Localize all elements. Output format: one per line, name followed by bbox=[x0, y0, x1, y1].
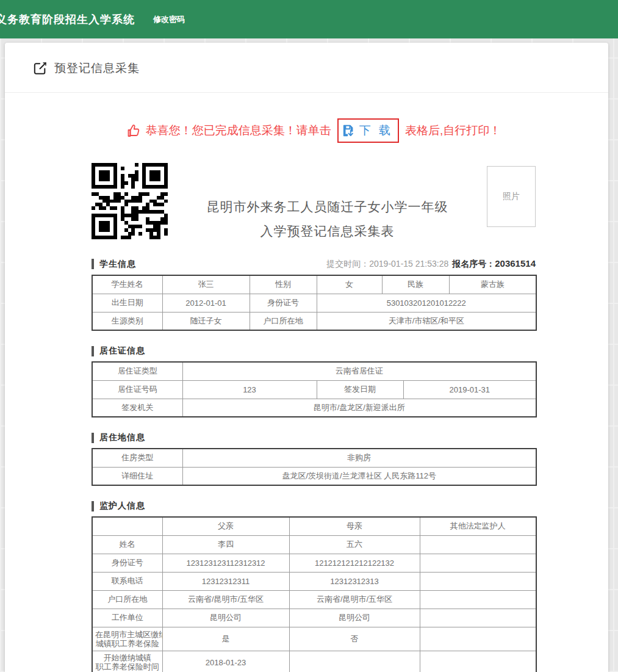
student-section-head: 学生信息 提交时间：2019-01-15 21:53:28 报名序号：20361… bbox=[92, 258, 536, 270]
qr-code bbox=[92, 163, 168, 239]
download-button[interactable]: 下 载 bbox=[337, 118, 399, 143]
table-row: 住房类型 非购房 bbox=[92, 449, 536, 467]
table-row: 户口所在地 云南省/昆明市/五华区 云南省/昆明市/五华区 bbox=[92, 590, 536, 609]
change-password-link[interactable]: 修改密码 bbox=[153, 14, 185, 25]
table-header-row: 父亲 母亲 其他法定监护人 bbox=[92, 517, 536, 535]
table-row: 生源类别 随迁子女 户口所在地 天津市/市辖区/和平区 bbox=[92, 312, 536, 330]
photo-label: 照片 bbox=[503, 191, 520, 202]
table-row: 出生日期 2012-01-01 身份证号 530103201201012222 bbox=[92, 294, 536, 312]
system-title: 义务教育阶段招生入学系统 bbox=[0, 12, 135, 27]
guardian-section-head: 监护人信息 bbox=[92, 500, 536, 511]
section-residence: 居住地信息 住房类型 非购房 详细住址 盘龙区/茨坝街道/兰龙潭社区 人民东路1… bbox=[92, 432, 536, 486]
residence-section-head: 居住地信息 bbox=[92, 432, 536, 443]
section-guardian: 监护人信息 父亲 母亲 其他法定监护人 姓名 李四 五六 身份证号 bbox=[92, 500, 536, 672]
section-bar bbox=[92, 501, 94, 511]
guardian-section-title: 监护人信息 bbox=[99, 500, 145, 511]
section-bar bbox=[92, 346, 94, 356]
table-row: 详细住址 盘龙区/茨坝街道/兰龙潭社区 人民东路112号 bbox=[92, 467, 536, 485]
table-row: 居住证类型 云南省居住证 bbox=[92, 362, 536, 380]
section-permit: 居住证信息 居住证类型 云南省居住证 居住证号码 123 签发日期 2019-0… bbox=[92, 345, 536, 417]
submit-time: 提交时间：2019-01-15 21:53:28 bbox=[326, 259, 448, 270]
table-row: 学生姓名 张三 性别 女 民族 蒙古族 bbox=[92, 275, 536, 294]
form-header-row: 昆明市外来务工人员随迁子女小学一年级 入学预登记信息采集表 照片 bbox=[92, 163, 536, 244]
section-bar bbox=[92, 433, 94, 443]
table-row: 开始缴纳城镇职工养老保险时间 2018-01-23 bbox=[92, 651, 536, 672]
download-label: 下 载 bbox=[359, 123, 393, 139]
photo-placeholder: 照片 bbox=[487, 166, 536, 227]
edit-icon bbox=[34, 62, 47, 75]
notice-prefix: 恭喜您！您已完成信息采集！请单击 bbox=[146, 123, 331, 139]
page-title: 预登记信息采集 bbox=[54, 60, 140, 76]
form-title-line2: 入学预登记信息采集表 bbox=[168, 219, 487, 244]
table-row: 居住证号码 123 签发日期 2019-01-31 bbox=[92, 380, 536, 399]
notice-suffix: 表格后,自行打印！ bbox=[405, 123, 501, 139]
table-row: 签发机关 昆明市/盘龙区/新迎派出所 bbox=[92, 399, 536, 417]
student-table: 学生姓名 张三 性别 女 民族 蒙古族 出生日期 2012-01-01 身份证号… bbox=[92, 275, 537, 331]
residence-section-title: 居住地信息 bbox=[99, 432, 145, 443]
save-download-icon bbox=[342, 124, 356, 137]
thumbs-up-icon bbox=[126, 123, 141, 138]
guardian-table: 父亲 母亲 其他法定监护人 姓名 李四 五六 身份证号 123123123112… bbox=[92, 516, 537, 672]
table-row: 工作单位 昆明公司 昆明公司 bbox=[92, 609, 536, 627]
content: 恭喜您！您已完成信息采集！请单击 下 载 表格后,自行打印！ bbox=[92, 118, 536, 672]
table-row: 在昆明市主城区缴纳城镇职工养老保险 是 否 bbox=[92, 627, 536, 651]
card-header: 预登记信息采集 bbox=[5, 43, 608, 93]
registration-number: 报名序号：20361514 bbox=[452, 258, 536, 270]
section-bar bbox=[92, 259, 94, 269]
residence-table: 住房类型 非购房 详细住址 盘龙区/茨坝街道/兰龙潭社区 人民东路112号 bbox=[92, 448, 537, 486]
table-row: 联系电话 12312312311 12312312313 bbox=[92, 572, 536, 590]
table-row: 姓名 李四 五六 bbox=[92, 535, 536, 554]
table-row: 身份证号 123123123112312312 1212121212121221… bbox=[92, 554, 536, 572]
permit-table: 居住证类型 云南省居住证 居住证号码 123 签发日期 2019-01-31 签… bbox=[92, 361, 537, 417]
student-section-title: 学生信息 bbox=[99, 259, 136, 270]
main-card: 预登记信息采集 恭喜您！您已完成信息采集！请单击 下 载 表格后,自行打印！ bbox=[5, 43, 608, 672]
permit-section-head: 居住证信息 bbox=[92, 345, 536, 356]
success-notice: 恭喜您！您已完成信息采集！请单击 下 载 表格后,自行打印！ bbox=[92, 118, 536, 143]
section-student: 学生信息 提交时间：2019-01-15 21:53:28 报名序号：20361… bbox=[92, 258, 536, 331]
form-title: 昆明市外来务工人员随迁子女小学一年级 入学预登记信息采集表 bbox=[168, 163, 487, 244]
top-navbar: 义务教育阶段招生入学系统 修改密码 bbox=[0, 0, 618, 38]
permit-section-title: 居住证信息 bbox=[99, 345, 145, 356]
form-title-line1: 昆明市外来务工人员随迁子女小学一年级 bbox=[168, 195, 487, 219]
